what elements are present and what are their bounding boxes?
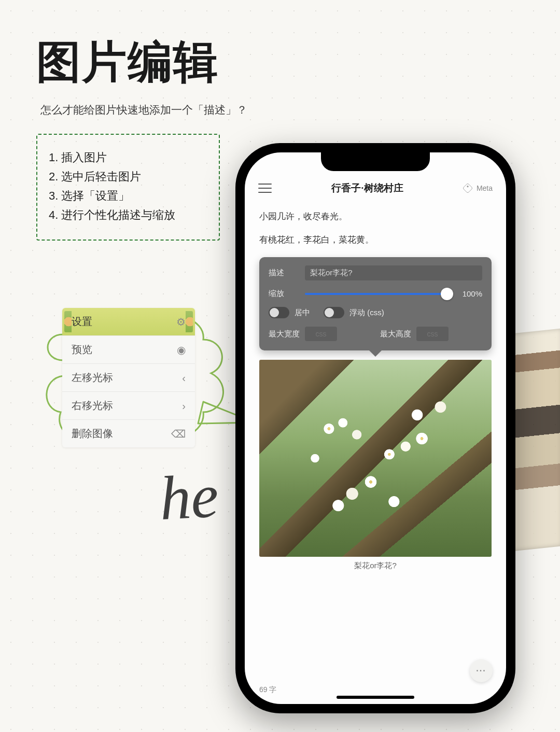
context-menu-label: 右移光标 [72,399,113,413]
gear-icon: ⚙ [176,317,186,327]
context-menu-item-cursor-left[interactable]: 左移光标 ‹ [62,364,195,392]
more-fab[interactable]: ··· [470,659,493,682]
meta-label: Meta [477,184,493,192]
zoom-label: 缩放 [269,289,298,299]
step-item: 选中后轻击图片 [49,167,211,187]
context-menu: 设置 ⚙ 预览 ◉ 左移光标 ‹ 右移光标 › 删除图像 ⌫ [62,308,195,447]
center-toggle[interactable] [269,307,289,318]
image-settings-popover: 描述 缩放 100% 居中 浮 [259,257,492,350]
context-menu-label: 预览 [72,343,92,357]
context-menu-item-settings[interactable]: 设置 ⚙ [62,308,195,336]
chevron-left-icon: ‹ [182,373,186,383]
zoom-slider-thumb[interactable] [441,288,453,300]
phone-screen: 行香子·树绕村庄 Meta 小园几许，收尽春光。 有桃花红，李花白，菜花黄。 描… [245,152,506,704]
home-indicator [337,696,414,699]
max-height-input[interactable] [416,327,449,341]
step-item: 进行个性化描述与缩放 [49,206,211,225]
editor-line[interactable]: 小园几许，收尽春光。 [259,210,492,222]
float-toggle-label: 浮动 (css) [349,308,384,318]
image-caption: 梨花or李花? [259,561,492,571]
float-toggle[interactable] [324,307,344,318]
context-menu-item-cursor-right[interactable]: 右移光标 › [62,392,195,420]
desc-input[interactable] [305,265,482,280]
app-footer: 69 字 [245,685,506,695]
context-menu-label: 删除图像 [72,427,113,441]
backspace-icon: ⌫ [171,429,186,439]
app-document-title: 行香子·树绕村庄 [331,181,403,195]
app-header: 行香子·树绕村庄 Meta [245,175,506,201]
chevron-right-icon: › [182,401,186,411]
meta-button[interactable]: Meta [463,184,493,193]
page-subtitle: 怎么才能给图片快速地添加一个「描述」？ [40,103,247,117]
step-item: 插入图片 [49,148,211,167]
context-menu-item-preview[interactable]: 预览 ◉ [62,336,195,364]
decorative-handwriting: he [158,460,220,534]
inserted-image[interactable] [259,360,492,557]
desc-label: 描述 [269,268,298,278]
hamburger-icon[interactable] [258,184,272,193]
word-count: 69 字 [259,685,276,695]
phone-notch [321,152,430,171]
context-menu-label: 设置 [72,315,92,329]
page-title: 图片编辑 [36,32,219,93]
phone-frame: 行香子·树绕村庄 Meta 小园几许，收尽春光。 有桃花红，李花白，菜花黄。 描… [235,143,515,713]
max-height-label: 最大高度 [380,329,411,339]
zoom-value: 100% [463,289,482,298]
zoom-slider[interactable] [305,293,447,295]
center-toggle-label: 居中 [295,308,310,318]
context-menu-label: 左移光标 [72,371,113,385]
context-menu-item-delete[interactable]: 删除图像 ⌫ [62,420,195,447]
steps-box: 插入图片 选中后轻击图片 选择「设置」 进行个性化描述与缩放 [36,134,220,241]
editor-body: 小园几许，收尽春光。 有桃花红，李花白，菜花黄。 描述 缩放 100% [245,206,506,676]
max-width-input[interactable] [305,327,337,341]
max-width-label: 最大宽度 [269,329,300,339]
editor-line[interactable]: 有桃花红，李花白，菜花黄。 [259,234,492,246]
step-item: 选择「设置」 [49,187,211,206]
eye-icon: ◉ [177,345,186,355]
tag-icon [463,183,473,193]
